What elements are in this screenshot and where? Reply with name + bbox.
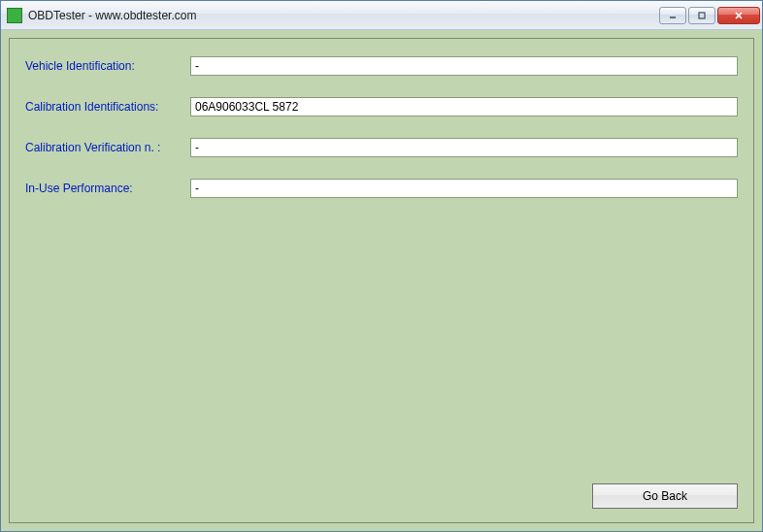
content-area: Vehicle Identification: - Calibration Id…: [1, 30, 762, 531]
label-in-use-performance: In-Use Performance:: [25, 182, 190, 195]
row-calibration-verification: Calibration Verification n. : -: [25, 138, 738, 157]
field-calibration-verification: -: [190, 138, 738, 157]
close-button[interactable]: [717, 7, 760, 24]
field-calibration-identifications: 06A906033CL 5872: [190, 97, 738, 116]
app-window: OBDTester - www.obdtester.com Vehicle Id…: [0, 0, 763, 532]
maximize-button[interactable]: [688, 7, 715, 24]
info-panel: Vehicle Identification: - Calibration Id…: [9, 38, 754, 523]
app-icon: [7, 8, 22, 23]
row-vehicle-identification: Vehicle Identification: -: [25, 56, 738, 76]
form-rows: Vehicle Identification: - Calibration Id…: [25, 56, 738, 198]
label-vehicle-identification: Vehicle Identification:: [25, 59, 190, 73]
label-calibration-verification: Calibration Verification n. :: [25, 141, 190, 154]
row-in-use-performance: In-Use Performance: -: [25, 179, 738, 198]
field-vehicle-identification: -: [190, 56, 738, 76]
window-title: OBDTester - www.obdtester.com: [28, 9, 659, 22]
svg-rect-1: [699, 13, 705, 18]
panel-footer: Go Back: [25, 474, 738, 509]
row-calibration-identifications: Calibration Identifications: 06A906033CL…: [25, 97, 738, 116]
field-in-use-performance: -: [190, 179, 738, 198]
minimize-button[interactable]: [659, 7, 686, 24]
window-controls: [659, 7, 760, 24]
label-calibration-identifications: Calibration Identifications:: [25, 100, 190, 114]
go-back-button[interactable]: Go Back: [592, 483, 738, 509]
titlebar[interactable]: OBDTester - www.obdtester.com: [1, 1, 762, 30]
